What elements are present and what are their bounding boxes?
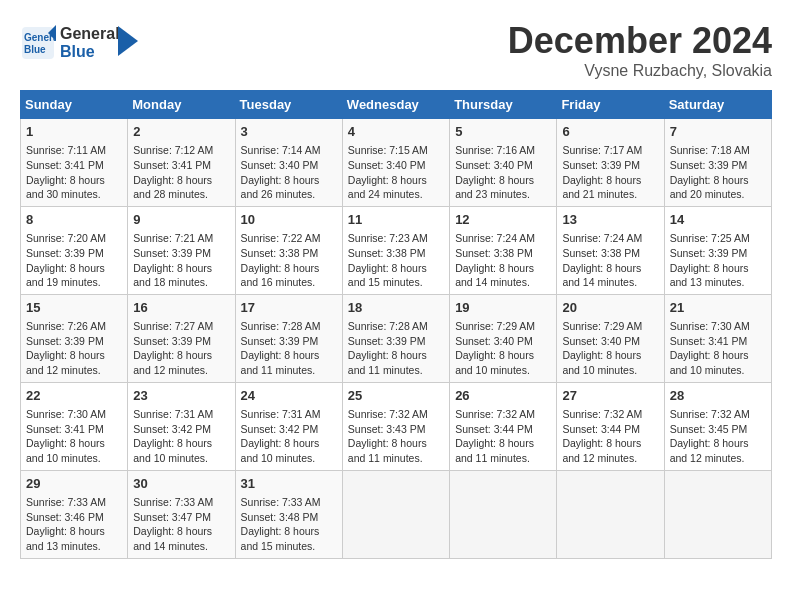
day-info: Sunrise: 7:11 AM Sunset: 3:41 PM Dayligh… [26,143,122,202]
calendar-cell: 24Sunrise: 7:31 AM Sunset: 3:42 PM Dayli… [235,382,342,470]
logo: General Blue General Blue [20,25,138,61]
day-info: Sunrise: 7:24 AM Sunset: 3:38 PM Dayligh… [455,231,551,290]
day-info: Sunrise: 7:28 AM Sunset: 3:39 PM Dayligh… [348,319,444,378]
calendar-cell: 22Sunrise: 7:30 AM Sunset: 3:41 PM Dayli… [21,382,128,470]
logo-icon: General Blue [20,25,56,61]
day-number: 9 [133,211,229,229]
logo-blue: Blue [60,43,95,60]
day-number: 27 [562,387,658,405]
day-number: 5 [455,123,551,141]
day-number: 28 [670,387,766,405]
page-header: General Blue General Blue December 2024 … [20,20,772,80]
day-number: 18 [348,299,444,317]
day-info: Sunrise: 7:14 AM Sunset: 3:40 PM Dayligh… [241,143,337,202]
calendar-cell: 26Sunrise: 7:32 AM Sunset: 3:44 PM Dayli… [450,382,557,470]
column-header-friday: Friday [557,91,664,119]
calendar-week-row: 22Sunrise: 7:30 AM Sunset: 3:41 PM Dayli… [21,382,772,470]
day-number: 17 [241,299,337,317]
calendar-week-row: 15Sunrise: 7:26 AM Sunset: 3:39 PM Dayli… [21,294,772,382]
calendar-cell: 14Sunrise: 7:25 AM Sunset: 3:39 PM Dayli… [664,206,771,294]
calendar-cell: 10Sunrise: 7:22 AM Sunset: 3:38 PM Dayli… [235,206,342,294]
day-number: 20 [562,299,658,317]
column-header-tuesday: Tuesday [235,91,342,119]
calendar-cell: 20Sunrise: 7:29 AM Sunset: 3:40 PM Dayli… [557,294,664,382]
day-number: 22 [26,387,122,405]
calendar-cell: 18Sunrise: 7:28 AM Sunset: 3:39 PM Dayli… [342,294,449,382]
calendar-cell: 2Sunrise: 7:12 AM Sunset: 3:41 PM Daylig… [128,119,235,207]
calendar-cell: 15Sunrise: 7:26 AM Sunset: 3:39 PM Dayli… [21,294,128,382]
calendar-cell: 30Sunrise: 7:33 AM Sunset: 3:47 PM Dayli… [128,470,235,558]
day-info: Sunrise: 7:31 AM Sunset: 3:42 PM Dayligh… [133,407,229,466]
day-info: Sunrise: 7:20 AM Sunset: 3:39 PM Dayligh… [26,231,122,290]
day-number: 8 [26,211,122,229]
day-info: Sunrise: 7:33 AM Sunset: 3:48 PM Dayligh… [241,495,337,554]
day-number: 29 [26,475,122,493]
calendar-cell [450,470,557,558]
calendar-cell [342,470,449,558]
calendar-cell [664,470,771,558]
calendar-week-row: 8Sunrise: 7:20 AM Sunset: 3:39 PM Daylig… [21,206,772,294]
day-number: 2 [133,123,229,141]
day-info: Sunrise: 7:23 AM Sunset: 3:38 PM Dayligh… [348,231,444,290]
day-info: Sunrise: 7:21 AM Sunset: 3:39 PM Dayligh… [133,231,229,290]
day-info: Sunrise: 7:29 AM Sunset: 3:40 PM Dayligh… [455,319,551,378]
day-number: 13 [562,211,658,229]
calendar-cell: 13Sunrise: 7:24 AM Sunset: 3:38 PM Dayli… [557,206,664,294]
calendar-cell: 6Sunrise: 7:17 AM Sunset: 3:39 PM Daylig… [557,119,664,207]
day-info: Sunrise: 7:30 AM Sunset: 3:41 PM Dayligh… [670,319,766,378]
day-number: 10 [241,211,337,229]
day-info: Sunrise: 7:31 AM Sunset: 3:42 PM Dayligh… [241,407,337,466]
day-number: 16 [133,299,229,317]
day-number: 21 [670,299,766,317]
day-number: 24 [241,387,337,405]
month-title: December 2024 [508,20,772,62]
day-info: Sunrise: 7:27 AM Sunset: 3:39 PM Dayligh… [133,319,229,378]
calendar-cell: 23Sunrise: 7:31 AM Sunset: 3:42 PM Dayli… [128,382,235,470]
day-info: Sunrise: 7:32 AM Sunset: 3:45 PM Dayligh… [670,407,766,466]
day-info: Sunrise: 7:18 AM Sunset: 3:39 PM Dayligh… [670,143,766,202]
day-number: 4 [348,123,444,141]
calendar-cell: 7Sunrise: 7:18 AM Sunset: 3:39 PM Daylig… [664,119,771,207]
column-header-sunday: Sunday [21,91,128,119]
day-info: Sunrise: 7:30 AM Sunset: 3:41 PM Dayligh… [26,407,122,466]
day-info: Sunrise: 7:32 AM Sunset: 3:44 PM Dayligh… [562,407,658,466]
day-info: Sunrise: 7:33 AM Sunset: 3:46 PM Dayligh… [26,495,122,554]
title-block: December 2024 Vysne Ruzbachy, Slovakia [508,20,772,80]
column-header-thursday: Thursday [450,91,557,119]
logo-arrow-icon [118,26,138,56]
svg-marker-4 [118,26,138,56]
day-info: Sunrise: 7:17 AM Sunset: 3:39 PM Dayligh… [562,143,658,202]
day-number: 6 [562,123,658,141]
calendar-cell: 21Sunrise: 7:30 AM Sunset: 3:41 PM Dayli… [664,294,771,382]
day-info: Sunrise: 7:29 AM Sunset: 3:40 PM Dayligh… [562,319,658,378]
calendar-week-row: 1Sunrise: 7:11 AM Sunset: 3:41 PM Daylig… [21,119,772,207]
day-number: 1 [26,123,122,141]
calendar-cell: 1Sunrise: 7:11 AM Sunset: 3:41 PM Daylig… [21,119,128,207]
calendar-cell [557,470,664,558]
column-header-saturday: Saturday [664,91,771,119]
day-info: Sunrise: 7:16 AM Sunset: 3:40 PM Dayligh… [455,143,551,202]
svg-text:Blue: Blue [24,44,46,55]
calendar-cell: 4Sunrise: 7:15 AM Sunset: 3:40 PM Daylig… [342,119,449,207]
calendar-cell: 25Sunrise: 7:32 AM Sunset: 3:43 PM Dayli… [342,382,449,470]
calendar-cell: 9Sunrise: 7:21 AM Sunset: 3:39 PM Daylig… [128,206,235,294]
location-title: Vysne Ruzbachy, Slovakia [508,62,772,80]
day-info: Sunrise: 7:28 AM Sunset: 3:39 PM Dayligh… [241,319,337,378]
calendar-cell: 28Sunrise: 7:32 AM Sunset: 3:45 PM Dayli… [664,382,771,470]
calendar-cell: 8Sunrise: 7:20 AM Sunset: 3:39 PM Daylig… [21,206,128,294]
column-header-monday: Monday [128,91,235,119]
day-number: 30 [133,475,229,493]
calendar-cell: 29Sunrise: 7:33 AM Sunset: 3:46 PM Dayli… [21,470,128,558]
day-info: Sunrise: 7:15 AM Sunset: 3:40 PM Dayligh… [348,143,444,202]
day-number: 23 [133,387,229,405]
day-number: 11 [348,211,444,229]
day-number: 14 [670,211,766,229]
calendar-cell: 16Sunrise: 7:27 AM Sunset: 3:39 PM Dayli… [128,294,235,382]
day-info: Sunrise: 7:32 AM Sunset: 3:43 PM Dayligh… [348,407,444,466]
day-number: 26 [455,387,551,405]
day-info: Sunrise: 7:32 AM Sunset: 3:44 PM Dayligh… [455,407,551,466]
day-number: 31 [241,475,337,493]
calendar-cell: 19Sunrise: 7:29 AM Sunset: 3:40 PM Dayli… [450,294,557,382]
day-info: Sunrise: 7:12 AM Sunset: 3:41 PM Dayligh… [133,143,229,202]
day-number: 12 [455,211,551,229]
